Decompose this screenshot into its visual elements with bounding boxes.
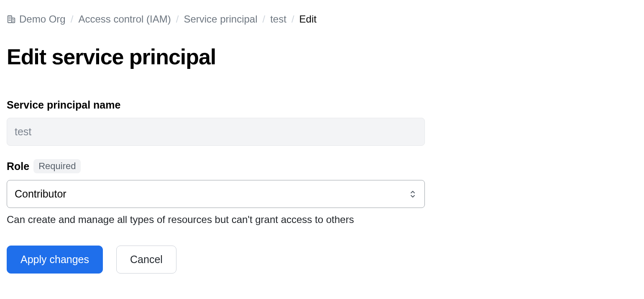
form-actions: Apply changes Cancel bbox=[7, 246, 637, 274]
svg-rect-0 bbox=[8, 16, 12, 23]
required-badge: Required bbox=[33, 159, 81, 173]
cancel-button[interactable]: Cancel bbox=[116, 246, 176, 274]
breadcrumb-org-label: Demo Org bbox=[19, 13, 66, 25]
breadcrumb-separator: / bbox=[291, 13, 294, 25]
breadcrumb-separator: / bbox=[71, 13, 74, 25]
breadcrumb-access-control[interactable]: Access control (IAM) bbox=[78, 13, 171, 25]
svg-rect-1 bbox=[12, 18, 15, 23]
breadcrumb-service-principal[interactable]: Service principal bbox=[184, 13, 257, 25]
service-principal-name-input[interactable] bbox=[7, 118, 425, 146]
breadcrumb-separator: / bbox=[176, 13, 179, 25]
breadcrumb-current: Edit bbox=[299, 13, 317, 25]
role-help-text: Can create and manage all types of resou… bbox=[7, 214, 425, 226]
form-group-name: Service principal name bbox=[7, 99, 425, 146]
apply-changes-button[interactable]: Apply changes bbox=[7, 246, 103, 274]
name-label: Service principal name bbox=[7, 99, 120, 111]
form-group-role: Role Required Contributor Can create and… bbox=[7, 159, 425, 226]
organization-icon bbox=[7, 15, 16, 24]
page-title: Edit service principal bbox=[7, 45, 637, 69]
breadcrumb-separator: / bbox=[263, 13, 266, 25]
breadcrumb: Demo Org / Access control (IAM) / Servic… bbox=[7, 13, 637, 25]
role-select[interactable]: Contributor bbox=[7, 180, 425, 208]
role-label: Role bbox=[7, 160, 29, 172]
breadcrumb-org[interactable]: Demo Org bbox=[7, 13, 66, 25]
breadcrumb-test[interactable]: test bbox=[270, 13, 286, 25]
